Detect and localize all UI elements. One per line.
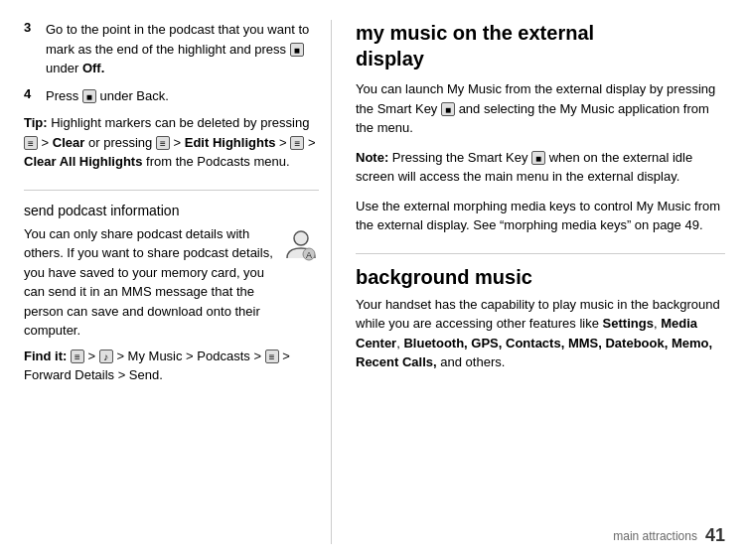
step-4: 4 Press ■ under Back. — [24, 86, 319, 106]
footer-label: main attractions — [613, 529, 697, 543]
find-text2: Forward Details > Send. — [24, 367, 163, 382]
bg-datebook: Datebook, — [605, 336, 668, 350]
page-container: 3 Go to the point in the podcast that yo… — [0, 0, 749, 560]
bg-bluetooth: Bluetooth, — [403, 336, 467, 350]
step-3: 3 Go to the point in the podcast that yo… — [24, 20, 319, 78]
smart-key-icon-1: ■ — [441, 102, 455, 116]
page-footer: main attractions 41 — [613, 525, 725, 546]
find-text: My Music > Podcasts > — [128, 349, 261, 363]
edit-highlights-label: Edit Highlights — [185, 135, 276, 150]
bg-mms: MMS, — [568, 336, 602, 350]
bg-gps: GPS, — [471, 336, 502, 350]
bg-contacts: Contacts, — [506, 336, 564, 350]
send-section-title: send podcast information — [24, 203, 319, 218]
footer-number: 41 — [705, 525, 725, 546]
person-icon: A — [283, 226, 319, 262]
divider — [24, 190, 319, 191]
menu-icon-1: ≡ — [24, 136, 38, 150]
find-label: Find it: — [24, 349, 67, 363]
menu-icon-find: ≡ — [71, 350, 84, 363]
clear-all-label: Clear All Highlights — [24, 154, 142, 169]
bg-body: Your handset has the capability to play … — [356, 295, 725, 372]
smart-key-icon-2: ■ — [531, 151, 545, 165]
step-4-text: Press ■ under Back. — [46, 86, 169, 106]
send-row: You can only share podcast details with … — [24, 224, 319, 341]
bg-section-title: background music — [356, 266, 725, 289]
menu-icon-find2: ≡ — [265, 350, 279, 363]
tip-label: Tip: — [24, 115, 48, 130]
svg-text:A: A — [306, 250, 312, 260]
back-button-icon: ■ — [82, 89, 96, 103]
right-divider — [356, 253, 725, 254]
svg-point-0 — [294, 231, 308, 245]
music-icon-find: ♪ — [99, 350, 113, 363]
right-body-1: You can launch My Music from the externa… — [356, 79, 725, 138]
step-3-number: 3 — [24, 20, 38, 78]
off-button-icon: ■ — [290, 43, 304, 57]
clear-label: Clear — [53, 135, 85, 150]
bg-settings: Settings — [603, 316, 654, 331]
menu-icon-3: ≡ — [290, 136, 304, 150]
note-label: Note: — [356, 150, 388, 165]
bg-recent-calls: Recent Calls, — [356, 354, 437, 369]
right-section-title: my music on the external display — [356, 20, 725, 71]
menu-icon-2: ≡ — [156, 136, 170, 150]
right-body-2: Use the external morphing media keys to … — [356, 197, 725, 235]
bg-memo: Memo, — [672, 336, 712, 350]
step-4-number: 4 — [24, 86, 38, 106]
step-3-text: Go to the point in the podcast that you … — [46, 20, 319, 78]
right-column: my music on the external display You can… — [356, 20, 725, 544]
left-column: 3 Go to the point in the podcast that yo… — [24, 20, 332, 544]
off-label: Off. — [82, 61, 104, 75]
note-block: Note: Pressing the Smart Key ■ when on t… — [356, 148, 725, 187]
tip-block: Tip: Highlight markers can be deleted by… — [24, 113, 319, 172]
send-body-text: You can only share podcast details with … — [24, 224, 277, 341]
find-it-block: Find it: ≡ > ♪ > My Music > Podcasts > ≡… — [24, 347, 319, 385]
